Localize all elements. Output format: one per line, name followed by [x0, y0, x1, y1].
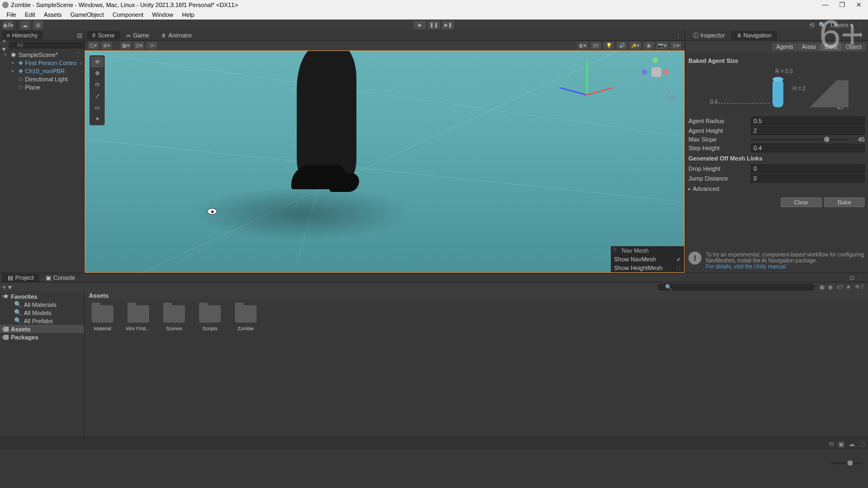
jump-distance-input[interactable] — [751, 174, 865, 183]
project-search-input[interactable] — [658, 284, 815, 291]
account-dropdown[interactable]: ◉ A ▾ — [3, 21, 13, 29]
menu-window[interactable]: Window — [148, 11, 177, 18]
menu-edit[interactable]: Edit — [21, 11, 40, 18]
folder-zombie[interactable]: Zombie — [233, 305, 258, 331]
menu-file[interactable]: File — [2, 11, 21, 18]
view-tool[interactable]: 👁 — [91, 56, 104, 67]
menu-help[interactable]: Help — [177, 11, 199, 18]
drop-height-input[interactable] — [751, 164, 865, 173]
folder-scenes[interactable]: Scenes — [162, 305, 187, 331]
scene-menu-icon[interactable]: ⋮ — [75, 51, 81, 58]
rotate-tool[interactable]: ⟳ — [91, 79, 104, 90]
folder-minifirst[interactable]: Mini First P... — [126, 305, 151, 331]
tab-game[interactable]: ∞ Game — [121, 31, 155, 40]
assets-root[interactable]: ▸▤ Assets — [0, 325, 84, 333]
project-add-button[interactable]: + ▾ — [2, 283, 12, 291]
services-icon[interactable]: ⊞ — [33, 21, 43, 29]
breadcrumb[interactable]: Assets — [85, 291, 868, 300]
hierarchy-item[interactable]: ▸◈ Ch10_nonPBR — [0, 67, 84, 75]
info-link[interactable]: For details, visit the Unity manual — [706, 264, 786, 269]
hierarchy-tab[interactable]: ≡ Hierarchy — [2, 31, 42, 40]
step-height-input[interactable] — [751, 144, 865, 152]
show-navmesh-toggle[interactable]: Show NavMesh✔ — [611, 255, 684, 264]
hierarchy-menu-icon[interactable]: ⋮ — [859, 32, 865, 39]
close-button[interactable]: ✕ — [856, 1, 861, 9]
subtab-bake[interactable]: Bake — [820, 43, 841, 51]
camera-dropdown[interactable]: 📷▾ — [656, 42, 668, 49]
draw-mode-dropdown[interactable]: ◐▾ — [577, 42, 588, 49]
packages-root[interactable]: ▸▤ Packages — [0, 333, 84, 341]
filter-icon[interactable]: ▣ — [819, 284, 825, 291]
tab-console[interactable]: ▣ Console — [40, 274, 80, 282]
project-lock-icon[interactable]: ⊡ — [850, 274, 854, 281]
pause-button[interactable]: ❚❚ — [428, 21, 440, 29]
status-compile-icon[interactable]: ▣ — [838, 440, 844, 448]
folder-scripts[interactable]: Scripts — [197, 305, 222, 331]
maximize-button[interactable]: ❐ — [839, 1, 845, 9]
agent-height-input[interactable] — [751, 126, 865, 135]
filter-label-icon[interactable]: 🏷 — [837, 284, 843, 291]
status-cache-icon[interactable]: ☁ — [848, 440, 855, 448]
toolbar-menu-icon[interactable]: ⋮ — [858, 22, 864, 29]
navmesh-overlay-title[interactable]: Nav Mesh — [611, 246, 684, 255]
bake-button[interactable]: Bake — [824, 197, 865, 207]
menu-gameobject[interactable]: GameObject — [66, 11, 108, 18]
search-icon[interactable]: 🔍 — [819, 22, 826, 29]
snap-toggle[interactable]: ⊡▾ — [133, 42, 144, 49]
hierarchy-item[interactable]: ◇ Plane — [0, 83, 84, 91]
agent-radius-input[interactable] — [751, 117, 865, 125]
tool-handle-dropdown[interactable]: ⊕▾ — [101, 42, 112, 49]
hierarchy-scene-root[interactable]: ▾ ◉ SampleScene* ⋮ — [0, 50, 84, 59]
tool-pivot-dropdown[interactable]: ◫▾ — [88, 42, 99, 49]
tab-navigation[interactable]: ⋔ Navigation — [731, 31, 777, 40]
gizmos-dropdown[interactable]: ⊙▾ — [671, 42, 681, 49]
transform-tool[interactable]: ✦ — [91, 113, 104, 124]
undo-history-icon[interactable]: ⟲ — [809, 22, 814, 29]
tab-inspector[interactable]: ⓘ Inspector — [687, 30, 730, 41]
folder-material[interactable]: Material — [90, 305, 115, 331]
2d-toggle[interactable]: 2D — [590, 42, 601, 49]
hidden-items-badge[interactable]: 👁7 — [854, 284, 864, 291]
fx-toggle[interactable]: ✨▾ — [629, 42, 641, 49]
thumbnail-size-slider[interactable] — [830, 463, 863, 464]
fav-all-models[interactable]: 🔍 All Models — [0, 309, 84, 317]
tab-project[interactable]: ▤ Project — [2, 274, 39, 282]
fav-all-prefabs[interactable]: 🔍 All Prefabs — [0, 317, 84, 325]
scale-tool[interactable]: ⤢ — [91, 91, 104, 101]
subtab-object[interactable]: Object — [841, 43, 866, 51]
audio-toggle[interactable]: 🔊 — [616, 42, 627, 49]
lighting-toggle[interactable]: 💡 — [603, 42, 614, 49]
advanced-foldout[interactable]: Advanced — [688, 183, 865, 194]
move-tool[interactable]: ✥ — [91, 68, 104, 79]
subtab-agents[interactable]: Agents — [772, 43, 797, 51]
rect-tool[interactable]: ▭ — [91, 102, 104, 113]
fav-all-materials[interactable]: 🔍 All Materials — [0, 300, 84, 309]
project-menu-icon[interactable]: ⋮ — [858, 274, 864, 281]
status-autorefresh-icon[interactable]: ⟲ — [828, 440, 834, 448]
hierarchy-item[interactable]: ◇ Directional Light — [0, 75, 84, 83]
favorite-icon[interactable]: ★ — [846, 284, 851, 291]
scene-menu-icon[interactable]: ⋮ — [675, 32, 681, 39]
step-button[interactable]: ▶❚ — [442, 21, 454, 29]
filter-type-icon[interactable]: ◉ — [828, 284, 833, 291]
max-slope-slider[interactable]: 45 — [751, 136, 865, 143]
tab-scene[interactable]: # Scene — [87, 31, 120, 40]
menu-assets[interactable]: Assets — [40, 11, 66, 18]
snap-increment[interactable]: ⟟▾ — [146, 42, 157, 49]
hidden-toggle[interactable]: ◉ — [643, 42, 654, 49]
minimize-button[interactable]: — — [822, 1, 828, 9]
scene-viewport[interactable]: 👁 ✥ ⟳ ⤢ ▭ ✦ ◂ Left Nav Mesh — [85, 50, 685, 273]
tab-animator[interactable]: ⋔ Animator — [156, 31, 197, 40]
menu-component[interactable]: Component — [108, 11, 148, 18]
hierarchy-item[interactable]: ▸◈ First Person Contro › — [0, 59, 84, 67]
hierarchy-search-input[interactable] — [9, 42, 88, 49]
layers-dropdown[interactable]: Layers ▾ — [831, 22, 853, 29]
favorites-header[interactable]: ▾★ Favorites — [0, 292, 84, 300]
subtab-areas[interactable]: Areas — [797, 43, 820, 51]
cloud-icon[interactable]: ☁ — [20, 21, 30, 29]
hierarchy-lock-icon[interactable]: ⊡ — [77, 32, 82, 39]
clear-button[interactable]: Clear — [781, 197, 822, 207]
play-button[interactable]: ▶ — [414, 21, 426, 29]
grid-toggle[interactable]: ▦▾ — [120, 42, 131, 49]
status-progress-icon[interactable]: ◌ — [859, 440, 865, 448]
